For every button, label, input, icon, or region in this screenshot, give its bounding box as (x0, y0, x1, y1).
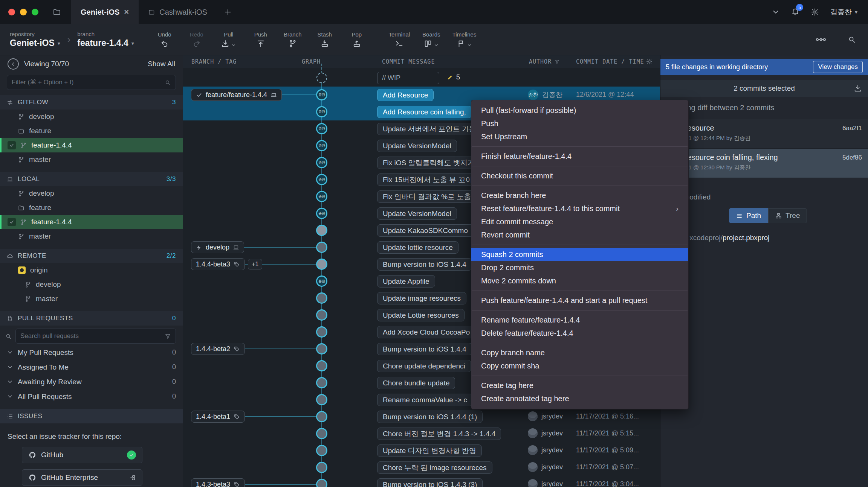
branch-filter-input[interactable] (12, 79, 165, 86)
push-button[interactable]: Push (250, 31, 272, 48)
tab-geniet-ios[interactable]: Geniet-iOS × (71, 0, 139, 24)
commit-node[interactable]: 종찬 (316, 174, 327, 185)
commit-row[interactable]: Chore 버전 정보 변경 1.4.3 -> 1.4.4 jsrydev 11… (183, 425, 660, 442)
pr-group-row[interactable]: Assigned To Me 0 (0, 360, 183, 374)
new-tab-icon[interactable] (224, 8, 232, 16)
context-menu-row[interactable] (471, 186, 688, 186)
commit-message[interactable]: Bump version to iOS 1.4.4 (1) (377, 411, 483, 423)
context-menu-item[interactable]: Push feature/feature-1.4.4 and start a p… (471, 294, 688, 307)
commit-message[interactable]: Chore 누락 된 image resoureces (377, 461, 492, 474)
tree-toggle-button[interactable]: Tree (768, 208, 807, 223)
context-menu-row[interactable]: Finish feature/feature-1.4.4 (471, 150, 688, 163)
context-menu-row[interactable] (471, 245, 688, 245)
context-menu-item[interactable]: Push (471, 117, 688, 130)
commit-message[interactable]: Update 서버에서 포인트 가능 (377, 123, 482, 135)
section-remote[interactable]: REMOTE 2/2 (0, 249, 183, 263)
commit-row[interactable]: Chore 누락 된 image resoureces jsrydev 11/1… (183, 459, 660, 476)
sidebar-branch-item[interactable]: develop (0, 186, 183, 201)
branch-label[interactable]: feature/feature-1.4.4 (191, 89, 282, 101)
filter-funnel-icon[interactable] (165, 333, 171, 339)
context-menu-row[interactable]: Checkout this commit (471, 169, 688, 183)
commit-message[interactable]: Update Appfile (377, 275, 435, 288)
context-menu-item[interactable]: Delete feature/feature-1.4.4 (471, 327, 688, 340)
context-menu-row[interactable]: Rename feature/feature-1.4.4 (471, 314, 688, 327)
commit-message[interactable]: Update Lottie resources (377, 309, 465, 321)
graph-view-icon[interactable] (815, 34, 827, 45)
commit-node[interactable]: 종찬 (316, 106, 327, 117)
section-pull-requests[interactable]: PULL REQUESTS 0 (0, 311, 183, 326)
context-menu-row[interactable]: Squash 2 commits (471, 248, 688, 261)
context-menu-row[interactable]: Create annotated tag here (471, 392, 688, 405)
download-patch-icon[interactable] (854, 84, 862, 93)
context-menu-item[interactable]: Copy branch name (471, 346, 688, 359)
zoom-window-button[interactable] (32, 9, 38, 15)
commit-node[interactable] (316, 428, 327, 439)
commit-node[interactable] (316, 360, 327, 371)
terminal-button[interactable]: Terminal (388, 31, 410, 48)
minimize-window-button[interactable] (20, 9, 27, 15)
timelines-button[interactable]: Timelines (452, 31, 477, 48)
tag-label[interactable]: 1.4.4-beta2 (191, 343, 245, 355)
commit-message[interactable]: Bump version to iOS 1.4.4 (377, 258, 472, 271)
wip-row[interactable]: // WIP 5 (183, 70, 660, 87)
repository-selector[interactable]: repository Geniet-iOS▾ (10, 31, 60, 48)
sidebar-branch-item[interactable]: develop (0, 277, 183, 292)
commit-row[interactable]: 1.4.4-beta1 Bump version to iOS 1.4.4 (1… (183, 408, 660, 425)
context-menu-item[interactable]: Rename feature/feature-1.4.4 (471, 314, 688, 327)
branch-selector[interactable]: branch feature-1.4.4▾ (77, 31, 134, 48)
wip-file-count[interactable]: 5 (447, 73, 460, 81)
context-menu-row[interactable]: Pull (fast-forward if possible) (471, 104, 688, 117)
open-repo-icon[interactable] (53, 8, 61, 16)
redo-button[interactable]: Redo (186, 31, 208, 48)
commit-node[interactable]: 종찬 (316, 140, 327, 151)
commit-node[interactable] (316, 479, 327, 487)
view-changes-button[interactable]: View changes (813, 61, 863, 73)
context-menu-row[interactable] (471, 166, 688, 166)
commit-node[interactable] (316, 411, 327, 422)
pull-button[interactable]: Pull (218, 31, 240, 48)
pop-button[interactable]: Pop (346, 31, 368, 48)
section-gitflow[interactable]: GITFLOW 3 (0, 95, 183, 110)
commit-node[interactable] (316, 343, 327, 355)
sidebar-branch-item[interactable]: feature (0, 201, 183, 215)
chevron-down-icon[interactable] (434, 43, 439, 48)
sidebar-branch-item[interactable]: feature-1.4.4 (0, 215, 183, 229)
column-author[interactable]: AUTHOR (529, 58, 560, 65)
tag-label[interactable]: 1.4.4-beta3 (191, 258, 245, 270)
context-menu-item[interactable]: Checkout this commit (471, 169, 688, 183)
chevron-down-icon[interactable] (231, 43, 236, 48)
context-menu-item[interactable]: Create annotated tag here (471, 392, 688, 405)
context-menu-row[interactable]: Create tag here (471, 379, 688, 392)
sidebar-branch-item[interactable]: develop (0, 110, 183, 124)
section-issues[interactable]: ISSUES (0, 409, 183, 423)
commit-node[interactable]: 종찬 (316, 191, 327, 202)
chevron-down-icon[interactable] (772, 8, 780, 16)
context-menu-row[interactable]: Set Upstream (471, 130, 688, 143)
context-menu-item[interactable]: Finish feature/feature-1.4.4 (471, 150, 688, 163)
commit-node[interactable] (316, 242, 327, 253)
context-menu-row[interactable] (471, 146, 688, 147)
gear-icon[interactable] (811, 8, 819, 16)
branch-label[interactable]: develop (191, 241, 244, 253)
window-controls[interactable] (0, 9, 46, 15)
commit-message[interactable]: Chore 버전 정보 변경 1.4.3 -> 1.4.4 (377, 428, 501, 440)
pr-search[interactable] (15, 329, 176, 344)
pr-group-row[interactable]: My Pull Requests 0 (0, 345, 183, 360)
context-menu-row[interactable]: Copy commit sha (471, 359, 688, 373)
branch-button[interactable]: Branch (282, 31, 304, 48)
chevron-down-icon[interactable] (467, 43, 472, 48)
context-menu-row[interactable]: Edit commit message (471, 215, 688, 228)
tab-cashwalk-ios[interactable]: Cashwalk-iOS (139, 0, 217, 24)
context-menu-item[interactable]: Set Upstream (471, 130, 688, 143)
commit-node[interactable] (316, 225, 327, 236)
commit-node[interactable] (316, 445, 327, 456)
context-menu-row[interactable]: Push (471, 117, 688, 130)
commit-message[interactable]: Update image resourecs (377, 292, 466, 304)
commit-node[interactable] (316, 462, 327, 473)
context-menu-item[interactable]: Reset feature/feature-1.4.4 to this comm… (471, 202, 688, 215)
commit-message[interactable]: Add Resource (377, 89, 434, 101)
context-menu-item[interactable]: Move 2 commits down (471, 274, 688, 288)
undo-button[interactable]: Undo (154, 31, 176, 48)
collapse-sidebar-button[interactable] (8, 58, 19, 70)
sidebar-branch-item[interactable]: origin (0, 263, 183, 277)
